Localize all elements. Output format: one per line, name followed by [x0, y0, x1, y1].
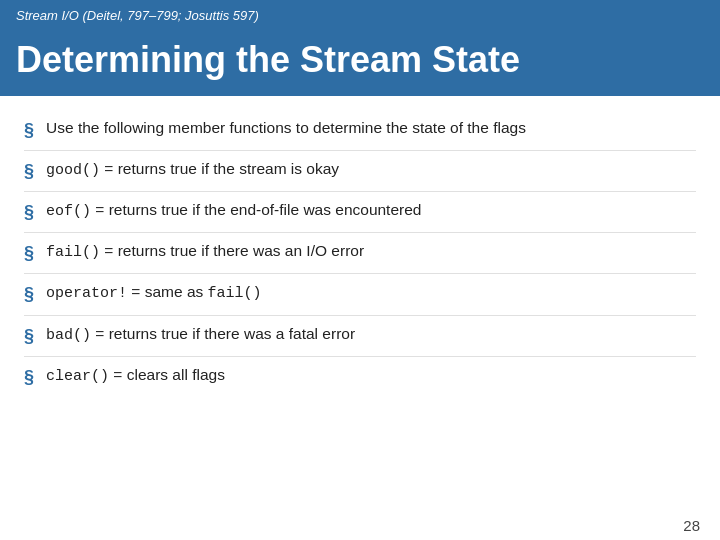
bullet-text-2: good() = returns true if the stream is o… [46, 158, 696, 181]
bullet-text-6: bad() = returns true if there was a fata… [46, 323, 696, 346]
bullet-text-3: eof() = returns true if the end-of-file … [46, 199, 696, 222]
bullet-item-6: § bad() = returns true if there was a fa… [24, 316, 696, 357]
bullet-text-4: fail() = returns true if there was an I/… [46, 240, 696, 263]
code-clear: clear() [46, 368, 109, 385]
bullet-item-2: § good() = returns true if the stream is… [24, 151, 696, 192]
page-number: 28 [0, 513, 720, 540]
code-fail-ref: fail() [208, 285, 262, 302]
bullet-symbol-4: § [24, 241, 34, 266]
bullet-symbol-5: § [24, 282, 34, 307]
bullet-symbol-3: § [24, 200, 34, 225]
bullet-item-1: § Use the following member functions to … [24, 110, 696, 151]
title-bar: Determining the Stream State [0, 30, 720, 96]
content-area: § Use the following member functions to … [0, 96, 720, 513]
bullet-item-3: § eof() = returns true if the end-of-fil… [24, 192, 696, 233]
code-good: good() [46, 162, 100, 179]
code-fail: fail() [46, 244, 100, 261]
code-eof: eof() [46, 203, 91, 220]
slide-title: Determining the Stream State [16, 40, 704, 80]
bullet-symbol-7: § [24, 365, 34, 390]
bullet-symbol-1: § [24, 118, 34, 143]
code-operator: operator! [46, 285, 127, 302]
code-bad: bad() [46, 327, 91, 344]
bullet-item-4: § fail() = returns true if there was an … [24, 233, 696, 274]
bullet-item-5: § operator! = same as fail() [24, 274, 696, 315]
top-bar-text: Stream I/O (Deitel, 797–799; Josuttis 59… [16, 8, 259, 23]
bullet-text-5: operator! = same as fail() [46, 281, 696, 304]
bullet-symbol-6: § [24, 324, 34, 349]
bullet-item-7: § clear() = clears all flags [24, 357, 696, 397]
bullet-symbol-2: § [24, 159, 34, 184]
top-bar: Stream I/O (Deitel, 797–799; Josuttis 59… [0, 0, 720, 30]
bullet-text-1: Use the following member functions to de… [46, 117, 696, 139]
bullet-text-7: clear() = clears all flags [46, 364, 696, 387]
slide: Stream I/O (Deitel, 797–799; Josuttis 59… [0, 0, 720, 540]
